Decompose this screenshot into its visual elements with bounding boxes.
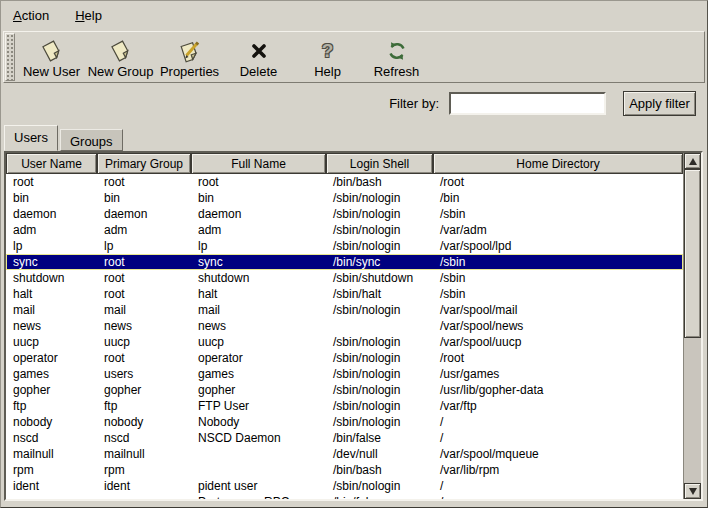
table-row-shutdown[interactable]: shutdownrootshutdown/sbin/shutdown/sbin	[6, 270, 683, 286]
table-cell: /sbin/nologin	[326, 366, 433, 382]
table-cell: /bin/bash	[326, 462, 433, 478]
table-cell: lp	[6, 238, 97, 254]
table-row-bin[interactable]: binbinbin/sbin/nologin/bin	[6, 190, 683, 206]
table-cell: root	[97, 270, 191, 286]
scrollbar-thumb[interactable]	[684, 169, 701, 338]
toolbar: New User New Group	[3, 31, 705, 83]
menu-action[interactable]: Action	[11, 6, 51, 25]
table-cell: /usr/games	[433, 366, 683, 382]
table-row-nscd[interactable]: nscdnscdNSCD Daemon/bin/false/	[6, 430, 683, 446]
tab-groups[interactable]: Groups	[60, 129, 123, 151]
table-cell: bin	[191, 190, 326, 206]
tab-users[interactable]: Users	[4, 125, 58, 151]
table-cell: nobody	[6, 414, 97, 430]
arrow-down-icon	[689, 488, 697, 495]
table-cell: /bin/bash	[326, 174, 433, 190]
table-cell: /sbin/nologin	[326, 238, 433, 254]
toolbar-grip-handle[interactable]	[5, 33, 15, 81]
table-cell: root	[191, 174, 326, 190]
table-cell: halt	[191, 286, 326, 302]
table-cell: /var/spool/mail	[433, 302, 683, 318]
new-user-button[interactable]: New User	[17, 32, 86, 82]
column-header-login-shell[interactable]: Login Shell	[326, 153, 433, 174]
scrollbar-track[interactable]	[684, 169, 701, 483]
column-header-full-name[interactable]: Full Name	[191, 153, 326, 174]
table-cell: root	[97, 350, 191, 366]
table-row-sync[interactable]: syncrootsync/bin/sync/sbin	[6, 254, 683, 270]
table-cell: mail	[6, 302, 97, 318]
table-cell: rpc	[97, 494, 191, 499]
column-header-home-directory[interactable]: Home Directory	[433, 153, 683, 174]
table-cell: lp	[97, 238, 191, 254]
table-cell: /sbin/nologin	[326, 190, 433, 206]
table-row-halt[interactable]: haltroothalt/sbin/halt/sbin	[6, 286, 683, 302]
toolbar-button-label: New Group	[88, 64, 154, 79]
table-cell: rpm	[6, 462, 97, 478]
table-cell: lp	[191, 238, 326, 254]
table-row-nobody[interactable]: nobodynobodyNobody/sbin/nologin/	[6, 414, 683, 430]
delete-button[interactable]: Delete	[224, 32, 293, 82]
filter-bar: Filter by: Apply filter	[389, 89, 696, 117]
column-header-user-name[interactable]: User Name	[6, 153, 97, 174]
table-row-gopher[interactable]: gophergophergopher/sbin/nologin/usr/lib/…	[6, 382, 683, 398]
table-cell: daemon	[191, 206, 326, 222]
table-row-adm[interactable]: admadmadm/sbin/nologin/var/adm	[6, 222, 683, 238]
apply-filter-button[interactable]: Apply filter	[623, 91, 696, 116]
table-row-root[interactable]: rootrootroot/bin/bash/root	[6, 174, 683, 190]
table-cell: sync	[6, 254, 97, 270]
table-cell: Portmapper RPC user	[191, 494, 326, 499]
new-group-button[interactable]: New Group	[86, 32, 155, 82]
help-question-icon: ?	[322, 37, 334, 64]
table-cell: games	[191, 366, 326, 382]
vertical-scrollbar[interactable]	[683, 153, 701, 499]
table-row-news[interactable]: newsnewsnews/var/spool/news	[6, 318, 683, 334]
table-cell: /sbin/shutdown	[326, 270, 433, 286]
scroll-up-button[interactable]	[684, 153, 701, 169]
table-row-ident[interactable]: identidentpident user/sbin/nologin/	[6, 478, 683, 494]
table-cell: shutdown	[191, 270, 326, 286]
table-cell: /var/spool/news	[433, 318, 683, 334]
table-cell: root	[97, 174, 191, 190]
table-row-ftp[interactable]: ftpftpFTP User/sbin/nologin/var/ftp	[6, 398, 683, 414]
table-cell: /var/adm	[433, 222, 683, 238]
help-button[interactable]: ? Help	[293, 32, 362, 82]
table-cell: NSCD Daemon	[191, 430, 326, 446]
users-table: User NamePrimary GroupFull NameLogin She…	[4, 151, 703, 501]
toolbar-button-label: Properties	[160, 64, 219, 79]
table-row-uucp[interactable]: uucpuucpuucp/sbin/nologin/var/spool/uucp	[6, 334, 683, 350]
table-row-rpc[interactable]: rpcrpcPortmapper RPC user/bin/false/	[6, 494, 683, 499]
table-row-mail[interactable]: mailmailmail/sbin/nologin/var/spool/mail	[6, 302, 683, 318]
table-cell: /var/spool/lpd	[433, 238, 683, 254]
properties-button[interactable]: Properties	[155, 32, 224, 82]
filter-input[interactable]	[449, 92, 606, 115]
table-cell: news	[6, 318, 97, 334]
menu-help[interactable]: Help	[73, 6, 104, 25]
table-cell: /root	[433, 174, 683, 190]
table-cell: root	[6, 174, 97, 190]
table-cell: /	[433, 414, 683, 430]
table-row-rpm[interactable]: rpmrpm/bin/bash/var/lib/rpm	[6, 462, 683, 478]
column-header-primary-group[interactable]: Primary Group	[97, 153, 191, 174]
table-cell: uucp	[6, 334, 97, 350]
table-cell: operator	[6, 350, 97, 366]
toolbar-button-label: Delete	[240, 64, 278, 79]
table-row-lp[interactable]: lplplp/sbin/nologin/var/spool/lpd	[6, 238, 683, 254]
table-cell	[191, 446, 326, 462]
table-row-operator[interactable]: operatorrootoperator/sbin/nologin/root	[6, 350, 683, 366]
users-table-main: User NamePrimary GroupFull NameLogin She…	[6, 153, 683, 499]
table-cell: /	[433, 494, 683, 499]
table-row-games[interactable]: gamesusersgames/sbin/nologin/usr/games	[6, 366, 683, 382]
table-cell: /bin	[433, 190, 683, 206]
table-cell: games	[6, 366, 97, 382]
scroll-down-button[interactable]	[684, 483, 701, 499]
refresh-button[interactable]: Refresh	[362, 32, 431, 82]
table-cell: ftp	[97, 398, 191, 414]
table-cell: /bin/sync	[326, 254, 433, 270]
table-row-daemon[interactable]: daemondaemondaemon/sbin/nologin/sbin	[6, 206, 683, 222]
table-cell: nobody	[97, 414, 191, 430]
table-cell: root	[97, 286, 191, 302]
table-row-mailnull[interactable]: mailnullmailnull/dev/null/var/spool/mque…	[6, 446, 683, 462]
table-cell: nscd	[97, 430, 191, 446]
table-cell: operator	[191, 350, 326, 366]
table-cell: /sbin/nologin	[326, 398, 433, 414]
